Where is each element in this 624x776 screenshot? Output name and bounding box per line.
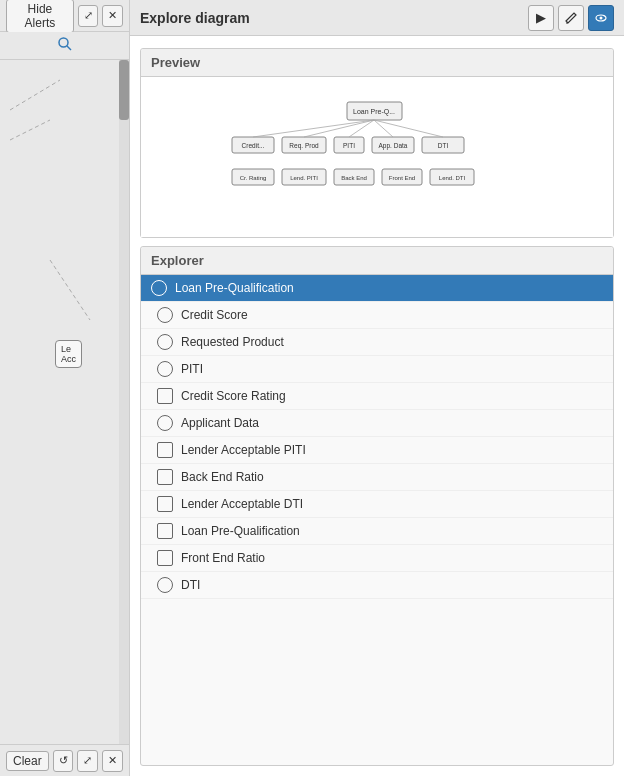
preview-section: Preview Loan Pre-Q... Credit... Req. Pro… — [140, 48, 614, 238]
svg-line-3 — [10, 120, 50, 140]
bottom-toolbar: Clear ↺ ⤢ ✕ — [0, 744, 129, 776]
rect-icon — [157, 469, 173, 485]
svg-text:Loan Pre-Q...: Loan Pre-Q... — [353, 108, 395, 116]
explorer-list: Loan Pre-QualificationCredit ScoreReques… — [141, 275, 613, 765]
panel-header: Explore diagram ▶ — [130, 0, 624, 36]
explorer-item-dti[interactable]: DTI — [141, 572, 613, 599]
svg-line-2 — [10, 80, 60, 110]
search-bar — [0, 32, 129, 60]
refresh-icon[interactable]: ↺ — [53, 750, 74, 772]
item-label: PITI — [181, 362, 203, 376]
eye-button[interactable] — [588, 5, 614, 31]
circle-icon — [157, 307, 173, 323]
expand-bottom-icon[interactable]: ⤢ — [77, 750, 98, 772]
svg-text:Lend. PITI: Lend. PITI — [290, 175, 318, 181]
svg-text:PITI: PITI — [343, 142, 355, 149]
item-label: Lender Acceptable DTI — [181, 497, 303, 511]
rect-icon — [157, 442, 173, 458]
explorer-item-loan-pre-qual[interactable]: Loan Pre-Qualification — [141, 275, 613, 302]
scrollbar-thumb — [119, 60, 129, 120]
panel-header-icons: ▶ — [528, 5, 614, 31]
svg-text:Back End: Back End — [341, 175, 367, 181]
clear-button[interactable]: Clear — [6, 751, 49, 771]
svg-line-34 — [374, 120, 443, 137]
item-label: Lender Acceptable PITI — [181, 443, 306, 457]
svg-line-32 — [349, 120, 374, 137]
explorer-item-piti[interactable]: PITI — [141, 356, 613, 383]
svg-text:Credit...: Credit... — [242, 142, 265, 149]
close-bottom-icon[interactable]: ✕ — [102, 750, 123, 772]
svg-line-4 — [50, 260, 90, 320]
next-button[interactable]: ▶ — [528, 5, 554, 31]
item-label: DTI — [181, 578, 200, 592]
item-label: Loan Pre-Qualification — [175, 281, 294, 295]
circle-icon — [151, 280, 167, 296]
svg-text:DTI: DTI — [438, 142, 449, 149]
item-label: Requested Product — [181, 335, 284, 349]
circle-icon — [157, 577, 173, 593]
rect-icon — [157, 523, 173, 539]
mini-diagram: Loan Pre-Q... Credit... Req. Prod PITI A… — [217, 97, 537, 217]
explorer-item-front-end-ratio[interactable]: Front End Ratio — [141, 545, 613, 572]
explorer-item-applicant-data[interactable]: Applicant Data — [141, 410, 613, 437]
circle-icon — [157, 361, 173, 377]
right-panel: Explore diagram ▶ Preview — [130, 0, 624, 776]
item-label: Applicant Data — [181, 416, 259, 430]
panel-title: Explore diagram — [140, 10, 250, 26]
svg-point-0 — [59, 38, 68, 47]
search-icon — [57, 36, 73, 52]
rect-icon — [157, 496, 173, 512]
rect-icon — [157, 550, 173, 566]
preview-content: Loan Pre-Q... Credit... Req. Prod PITI A… — [141, 77, 613, 237]
left-scrollbar[interactable] — [119, 60, 129, 744]
item-label: Credit Score — [181, 308, 248, 322]
item-label: Back End Ratio — [181, 470, 264, 484]
diagram-box-loan: LeAcc — [55, 340, 82, 368]
circle-icon — [157, 334, 173, 350]
svg-text:Cr. Rating: Cr. Rating — [240, 175, 267, 181]
item-label: Front End Ratio — [181, 551, 265, 565]
hide-alerts-button[interactable]: Hide Alerts — [6, 0, 74, 33]
preview-label: Preview — [141, 49, 613, 77]
preview-svg: Loan Pre-Q... Credit... Req. Prod PITI A… — [217, 97, 537, 217]
svg-text:Req. Prod: Req. Prod — [289, 142, 319, 150]
canvas-svg — [0, 60, 120, 744]
svg-text:Front End: Front End — [389, 175, 415, 181]
explorer-section: Explorer Loan Pre-QualificationCredit Sc… — [140, 246, 614, 766]
explorer-label: Explorer — [141, 247, 613, 275]
close-top-icon[interactable]: ✕ — [102, 5, 123, 27]
explorer-item-loan-pre-qualification-2[interactable]: Loan Pre-Qualification — [141, 518, 613, 545]
explorer-item-back-end-ratio[interactable]: Back End Ratio — [141, 464, 613, 491]
svg-text:Lend. DTI: Lend. DTI — [439, 175, 466, 181]
explorer-item-requested-product[interactable]: Requested Product — [141, 329, 613, 356]
svg-text:App. Data: App. Data — [379, 142, 408, 150]
eye-icon — [594, 11, 608, 25]
top-toolbar: Hide Alerts ⤢ ✕ — [0, 0, 129, 32]
rect-icon — [157, 388, 173, 404]
search-button[interactable] — [57, 36, 73, 55]
canvas-area: LeAcc — [0, 60, 129, 744]
explorer-item-lender-acceptable-piti[interactable]: Lender Acceptable PITI — [141, 437, 613, 464]
explorer-item-lender-acceptable-dti[interactable]: Lender Acceptable DTI — [141, 491, 613, 518]
edit-button[interactable] — [558, 5, 584, 31]
expand-icon[interactable]: ⤢ — [78, 5, 99, 27]
edit-icon — [564, 11, 578, 25]
item-label: Credit Score Rating — [181, 389, 286, 403]
circle-icon — [157, 415, 173, 431]
explorer-item-credit-score[interactable]: Credit Score — [141, 302, 613, 329]
left-panel: Hide Alerts ⤢ ✕ LeAcc Clear ↺ ⤢ ✕ — [0, 0, 130, 776]
svg-point-7 — [600, 16, 603, 19]
svg-line-1 — [67, 46, 71, 50]
explorer-item-credit-score-rating[interactable]: Credit Score Rating — [141, 383, 613, 410]
item-label: Loan Pre-Qualification — [181, 524, 300, 538]
